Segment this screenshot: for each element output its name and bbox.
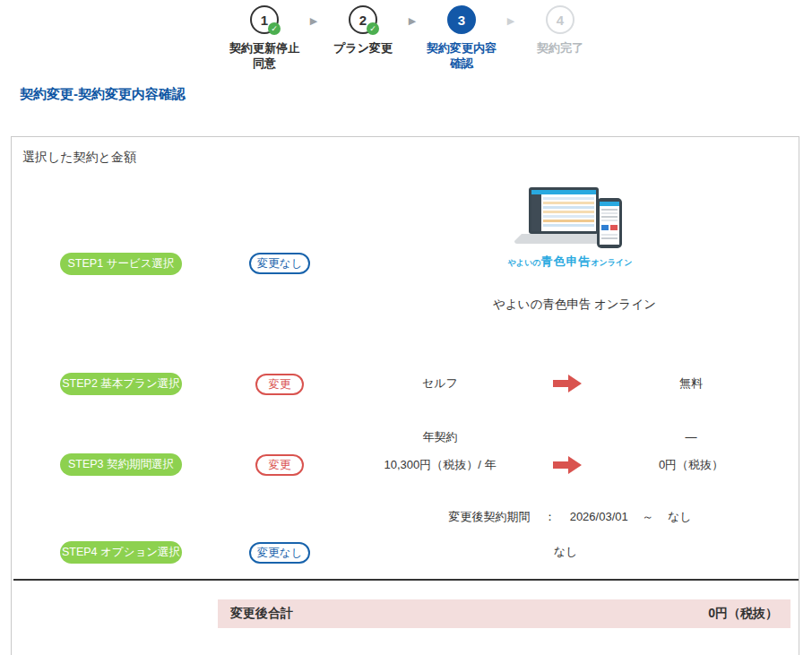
step-3-label-line2: 確認	[450, 56, 473, 70]
period-start-date: 2026/03/01	[570, 510, 628, 523]
step3-current-label: 年契約	[377, 429, 503, 445]
divider	[13, 579, 799, 581]
period-label: 変更後契約期間	[448, 510, 530, 523]
step-1-label: 契約更新停止 同意	[223, 40, 306, 71]
step-4-label-line1: 契約完了	[537, 41, 583, 55]
total-label: 変更後合計	[230, 606, 293, 622]
stepper-step-1: 1 ✓ 契約更新停止 同意	[223, 5, 306, 71]
step-3-label-line1: 契約変更内容	[427, 41, 497, 55]
page-title: 契約変更-契約変更内容確認	[20, 86, 186, 103]
step-2-number: 2	[359, 13, 367, 28]
stepper: 1 ✓ 契約更新停止 同意 ▶ 2 ✓ プラン変更 ▶ 3 契約変更内容 確認 …	[223, 5, 601, 71]
stepper-step-2: 2 ✓ プラン変更	[322, 5, 404, 56]
step-4-label: 契約完了	[519, 40, 601, 56]
step4-change-status-pill: 変更なし	[249, 542, 310, 564]
step-2-label-line1: プラン変更	[333, 41, 393, 55]
total-after-change-bar: 変更後合計 0円（税抜）	[218, 599, 790, 628]
product-logo: やよいの青色申告オンライン	[497, 253, 644, 270]
step3-new-label: —	[628, 429, 754, 445]
step-4-circle: 4	[546, 5, 574, 34]
step4-value: なし	[503, 544, 628, 560]
contract-summary-panel: 選択した契約と金額 やよいの青色申告オンライン やよいの青色申告 オンライン S…	[11, 136, 799, 655]
product-image	[514, 187, 626, 250]
product-name: やよいの青色申告 オンライン	[440, 297, 709, 313]
step-arrow-icon: ▶	[306, 5, 322, 27]
product-logo-prefix: やよいの	[508, 258, 541, 267]
stepper-step-3: 3 契約変更内容 確認	[420, 5, 503, 71]
step-4-number: 4	[557, 13, 564, 28]
panel-heading: 選択した契約と金額	[22, 150, 136, 166]
check-icon: ✓	[367, 22, 379, 35]
check-icon: ✓	[268, 22, 281, 35]
period-end-date: なし	[668, 510, 692, 523]
step-2-label: プラン変更	[322, 40, 404, 56]
step-1-number: 1	[261, 13, 268, 28]
period-colon: ：	[544, 510, 556, 523]
step-1-label-line1: 契約更新停止	[229, 41, 299, 55]
step3-badge: STEP3 契約期間選択	[60, 453, 182, 476]
step-2-circle: 2 ✓	[349, 5, 377, 34]
step3-current-price: 10,300円（税抜）/ 年	[350, 457, 530, 473]
step1-badge: STEP1 サービス選択	[60, 253, 182, 275]
step3-new-price: 0円（税抜）	[628, 457, 754, 473]
step3-change-status-pill: 変更	[255, 454, 304, 476]
step-3-number: 3	[458, 13, 465, 28]
period-tilde: ～	[642, 510, 653, 523]
step1-change-status-pill: 変更なし	[249, 253, 310, 274]
product-logo-suffix: オンライン	[591, 258, 632, 267]
step2-current-value: セルフ	[377, 375, 503, 392]
stepper-step-4: 4 契約完了	[519, 5, 601, 56]
step-arrow-icon: ▶	[503, 5, 519, 27]
step4-badge: STEP4 オプション選択	[60, 541, 182, 564]
step2-change-status-pill: 変更	[255, 374, 304, 395]
step-1-label-line2: 同意	[253, 56, 276, 70]
product-logo-main: 青色申告	[540, 254, 591, 268]
step2-new-value: 無料	[628, 375, 754, 392]
change-arrow-icon	[551, 374, 583, 393]
change-arrow-icon	[551, 455, 583, 475]
step-3-label: 契約変更内容 確認	[420, 40, 503, 71]
step-1-circle: 1 ✓	[250, 5, 279, 34]
step2-badge: STEP2 基本プラン選択	[60, 373, 182, 395]
step-3-circle: 3	[447, 5, 476, 34]
step-arrow-icon: ▶	[404, 5, 420, 27]
total-value: 0円（税抜）	[708, 606, 778, 622]
period-after-change: 変更後契約期間 ： 2026/03/01 ～ なし	[346, 509, 794, 525]
